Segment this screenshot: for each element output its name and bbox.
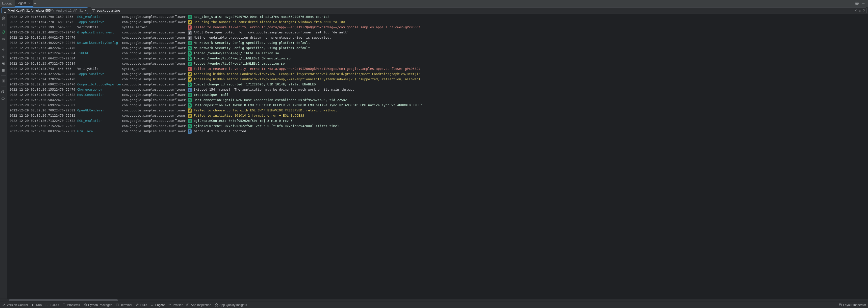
configure-logcat-button[interactable] <box>1 68 6 72</box>
svg-point-0 <box>857 3 858 4</box>
log-output[interactable]: 2022-12-29 01:00:55.790 1639-1855EGL_emu… <box>7 14 868 299</box>
tool-profiler[interactable]: Profiler <box>168 303 183 307</box>
log-timestamp: 2022-12-29 02:02:23.664 <box>9 56 54 61</box>
log-package: com.google.samples.apps.sunflower <box>122 20 186 25</box>
soft-wrap-button[interactable] <box>1 61 6 66</box>
previous-occurrence-button[interactable] <box>1 47 6 52</box>
tool-build[interactable]: Build <box>136 303 147 307</box>
log-row[interactable]: 2022-12-29 02:02:25.69022470-22470Compat… <box>7 82 422 87</box>
log-row[interactable]: 2022-12-29 01:00:55.790 1639-1855EGL_emu… <box>7 14 422 20</box>
scrollbar-thumb[interactable] <box>9 299 118 301</box>
log-message: Reducing the number of considered missed… <box>194 20 422 25</box>
log-row[interactable]: 2022-12-29 02:02:26.71322470-22582EGL_em… <box>7 118 422 124</box>
log-row[interactable]: 2022-12-29 02:02:26.71522470-22582com.go… <box>7 124 422 129</box>
log-timestamp: 2022-12-29 02:02:26.709 <box>9 108 54 113</box>
restart-log-button[interactable] <box>1 30 6 34</box>
log-tag <box>75 97 122 103</box>
log-level: W <box>186 71 194 77</box>
screen-record-button[interactable] <box>1 96 6 101</box>
tool-layout-inspector[interactable]: Layout Inspector <box>839 303 866 307</box>
tool-todo[interactable]: TODO <box>45 303 59 307</box>
log-row[interactable]: 2022-12-29 02:02:26.69922470-22582com.go… <box>7 103 422 108</box>
log-row[interactable]: 2022-12-29 02:02:23.62122470-22584libEGL… <box>7 51 422 56</box>
log-timestamp: 2022-12-29 02:02:26.803 <box>9 129 54 134</box>
horizontal-scrollbar[interactable] <box>0 299 868 302</box>
screenshot-button[interactable] <box>1 89 6 94</box>
log-row[interactable]: 2022-12-29 02:02:24.32722470-22470.apps.… <box>7 71 422 77</box>
log-row[interactable]: 2022-12-29 02:02:23.66422470-22584com.go… <box>7 56 422 61</box>
log-level: D <box>186 14 194 20</box>
settings-button[interactable] <box>855 1 862 5</box>
log-package: system_server <box>122 66 186 71</box>
tool-python-packages[interactable]: Python Packages <box>84 303 112 307</box>
log-row[interactable]: 2022-12-29 02:02:23.40222470-22470Networ… <box>7 40 422 45</box>
new-tab-button[interactable]: + <box>33 1 38 5</box>
log-package: com.google.samples.apps.sunflower <box>122 40 186 45</box>
tab-logcat[interactable]: Logcat ✕ <box>14 0 33 7</box>
log-level: V <box>186 35 194 40</box>
tool-app-quality[interactable]: App Quality Insights <box>215 303 247 307</box>
filter-help-icon[interactable]: ? <box>863 9 865 12</box>
log-row[interactable]: 2022-12-29 01:01:04.770 1639-1675.apps.s… <box>7 20 422 25</box>
clear-filter-icon[interactable]: ✕ <box>855 9 857 12</box>
svg-rect-20 <box>2 97 4 99</box>
tool-label: Terminal <box>120 303 132 307</box>
log-tag: HostConnection <box>75 92 122 97</box>
log-row[interactable]: 2022-12-29 02:02:23.40222470-22470com.go… <box>7 45 422 51</box>
log-row[interactable]: 2022-12-29 02:02:26.80322470-22582Grallo… <box>7 129 422 134</box>
minimize-button[interactable] <box>862 1 868 5</box>
tool-label: Run <box>36 303 41 307</box>
log-row[interactable]: 2022-12-29 02:02:26.71122470-22582com.go… <box>7 113 422 118</box>
log-package: com.google.samples.apps.sunflower <box>122 61 186 66</box>
log-message: Failed to choose config with EGL_SWAP_BE… <box>194 108 422 113</box>
filter-input[interactable] <box>97 9 855 12</box>
log-tag <box>75 77 122 82</box>
log-row[interactable]: 2022-12-29 02:02:26.58422470-22582com.go… <box>7 97 422 103</box>
tool-terminal[interactable]: Terminal <box>116 303 132 307</box>
log-message: createUnique: call <box>194 92 422 97</box>
log-row[interactable]: 2022-12-29 02:02:23.67322470-22584com.go… <box>7 61 422 66</box>
log-row[interactable]: 2022-12-29 02:02:26.15522470-22470Choreo… <box>7 87 422 92</box>
log-message: eglMakeCurrent: 0x7df95262cf50: ver 3 0 … <box>194 124 422 129</box>
tool-logcat[interactable]: Logcat <box>151 303 165 307</box>
log-message: Accessing hidden method Landroid/view/Vi… <box>194 71 422 77</box>
log-message: app_time_stats: avg=27989792.00ms min=8.… <box>194 14 422 20</box>
scroll-to-end-button[interactable] <box>1 37 6 41</box>
tool-version-control[interactable]: Version Control <box>2 303 28 307</box>
svg-marker-25 <box>32 304 34 306</box>
tool-problems[interactable]: Problems <box>62 303 80 307</box>
log-row[interactable]: 2022-12-29 02:02:26.57922470-22582HostCo… <box>7 92 422 97</box>
log-row[interactable]: 2022-12-29 02:02:23.40022470-22470com.go… <box>7 35 422 40</box>
close-icon[interactable]: ✕ <box>28 1 31 5</box>
log-tag: GraphicsEnvironment <box>75 30 122 35</box>
pause-log-button[interactable] <box>1 23 6 27</box>
log-row[interactable]: 2022-12-29 02:02:23.40022470-22470Graphi… <box>7 30 422 35</box>
log-package: com.google.samples.apps.sunflower <box>122 51 186 56</box>
log-message: eglCreateContext: 0x7df95262cf50: maj 3 … <box>194 118 422 124</box>
log-pid: 22470-22470 <box>54 87 75 92</box>
log-pid: 22470-22470 <box>54 30 75 35</box>
log-timestamp: 2022-12-29 02:02:23.402 <box>9 40 54 45</box>
split-right-button[interactable] <box>1 79 6 83</box>
favorite-filter-icon[interactable]: ☆ <box>859 9 862 12</box>
svg-point-22 <box>3 304 3 304</box>
log-row[interactable]: 2022-12-29 02:02:23.199 546-603 VerityUt… <box>7 25 422 30</box>
filter-field[interactable]: ✕ ☆ ? <box>90 7 867 14</box>
tool-app-inspection[interactable]: App Inspection <box>186 303 211 307</box>
clear-log-button[interactable] <box>1 16 6 20</box>
log-message: Skipped 154 frames! The application may … <box>194 87 422 92</box>
tool-label: Logcat <box>155 303 165 307</box>
device-selector[interactable]: Pixel XL API 31 (emulator-5554) Android … <box>1 7 88 14</box>
log-package: com.google.samples.apps.sunflower <box>122 97 186 103</box>
log-row[interactable]: 2022-12-29 02:02:23.743 546-603 VerityUt… <box>7 66 422 71</box>
next-occurrence-button[interactable] <box>1 54 6 59</box>
log-package: com.google.samples.apps.sunflower <box>122 103 186 108</box>
tool-run[interactable]: Run <box>31 303 41 307</box>
log-timestamp: 2022-12-29 02:02:26.711 <box>9 113 54 118</box>
log-package: com.google.samples.apps.sunflower <box>122 35 186 40</box>
log-tag <box>75 45 122 51</box>
warning-icon <box>62 303 66 307</box>
log-row[interactable]: 2022-12-29 02:02:24.32822470-22470com.go… <box>7 77 422 82</box>
log-timestamp: 2022-12-29 02:02:23.199 <box>9 25 54 30</box>
log-row[interactable]: 2022-12-29 02:02:26.70922470-22582OpenGL… <box>7 108 422 113</box>
